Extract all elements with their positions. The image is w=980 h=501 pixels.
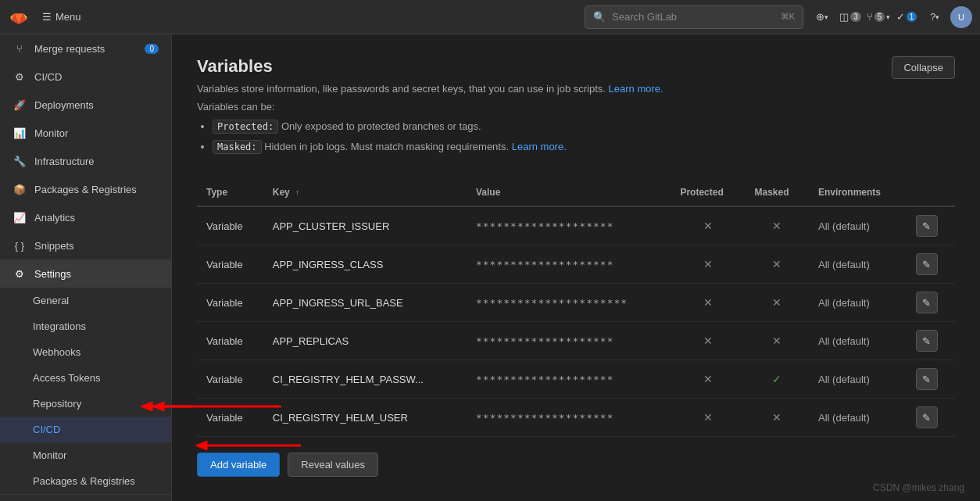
cell-edit: ✎ (907, 206, 955, 245)
gitlab-logo[interactable] (8, 6, 30, 28)
cell-protected: ✕ (671, 360, 745, 399)
sidebar-label: Infrastructure (34, 156, 95, 167)
protected-bullet: Protected: Only exposed to protected bra… (213, 119, 663, 134)
help-button[interactable]: ? ▾ (922, 5, 947, 30)
edit-variable-button[interactable]: ✎ (916, 368, 938, 390)
cell-edit: ✎ (907, 360, 955, 399)
sidebar-item-snippets[interactable]: { } Snippets (0, 231, 171, 259)
col-key[interactable]: Key ↑ (263, 179, 467, 206)
cell-env: All (default) (809, 360, 907, 399)
col-actions (907, 179, 955, 206)
sidebar-item-packages[interactable]: 📦 Packages & Registries (0, 175, 171, 203)
masked-code: Masked: (213, 140, 262, 154)
sidebar-label: Webhooks (33, 346, 80, 358)
collapse-button[interactable]: Collapse (892, 56, 955, 79)
sidebar-item-monitor[interactable]: 📊 Monitor (0, 119, 171, 147)
page-title: Variables (197, 56, 663, 77)
col-key-label: Key (273, 187, 290, 198)
protected-code: Protected: (213, 120, 278, 134)
merge-icon: ⑂ (13, 41, 27, 55)
add-variable-button[interactable]: Add variable (197, 453, 280, 477)
col-value: Value (467, 179, 671, 206)
cell-type: Variable (197, 206, 263, 245)
learn-more-link-2[interactable]: Learn more. (512, 141, 567, 152)
masked-x: ✕ (772, 411, 781, 424)
learn-more-link-1[interactable]: Learn more. (609, 83, 663, 95)
search-bar[interactable]: 🔍 Search GitLab ⌘K (585, 5, 803, 29)
hamburger-icon: ☰ (42, 11, 52, 23)
sidebar-item-integrations[interactable]: Integrations (0, 313, 171, 339)
edit-variable-button[interactable]: ✎ (916, 215, 938, 237)
edit-variable-button[interactable]: ✎ (916, 330, 938, 352)
sidebar-label: Snippets (34, 240, 74, 252)
main-content: Variables Variables store information, l… (172, 34, 980, 501)
col-env: Environments (809, 179, 907, 206)
collapse-sidebar-button[interactable]: « Collapse sidebar (0, 495, 171, 501)
table-row: Variable CI_REGISTRY_HELM_PASSW... *****… (197, 360, 955, 399)
sidebar-item-packages-sub[interactable]: Packages & Registries (0, 468, 171, 494)
sidebar-item-infrastructure[interactable]: 🔧 Infrastructure (0, 147, 171, 175)
menu-label: Menu (55, 11, 81, 23)
sidebar-item-settings[interactable]: ⚙ Settings (0, 259, 171, 288)
cell-value: ******************** (467, 245, 671, 284)
sidebar-label: Deployments (34, 99, 94, 111)
issues-button[interactable]: ◫ 3 (838, 5, 863, 30)
sidebar-item-merge-requests[interactable]: ⑂ Merge requests 0 (0, 34, 171, 63)
cell-protected: ✕ (671, 322, 745, 360)
sidebar-label: Packages & Registries (33, 475, 135, 487)
topnav-icons: ⊕ ▾ ◫ 3 ⑂ 5 ▾ ✓ 1 ? ▾ U (810, 5, 972, 30)
mr-badge: 5 (874, 12, 885, 22)
sidebar-item-repository[interactable]: Repository (0, 391, 171, 417)
topnav: ☰ Menu 🔍 Search GitLab ⌘K ⊕ ▾ ◫ 3 ⑂ 5 ▾ … (0, 0, 980, 34)
page-header: Variables Variables store information, l… (197, 56, 955, 166)
sidebar-item-general[interactable]: General (0, 288, 171, 313)
menu-button[interactable]: ☰ Menu (36, 8, 88, 26)
settings-icon: ⚙ (13, 267, 27, 281)
issues-icon: ◫ (839, 11, 849, 23)
sidebar-label: CI/CD (34, 71, 62, 83)
merge-requests-button[interactable]: ⑂ 5 ▾ (866, 5, 891, 30)
cell-value: ******************** (467, 399, 671, 437)
edit-variable-button[interactable]: ✎ (916, 253, 938, 275)
table-row: Variable APP_CLUSTER_ISSUER ************… (197, 206, 955, 245)
user-avatar[interactable]: U (950, 6, 972, 28)
cell-env: All (default) (809, 245, 907, 284)
variables-can-be: Variables can be: (197, 101, 663, 113)
plus-icon: ⊕ (816, 11, 824, 23)
cell-value: ********************** (467, 284, 671, 322)
col-type: Type (197, 179, 263, 206)
masked-desc: Hidden in job logs. Must match masking r… (264, 141, 509, 152)
create-button[interactable]: ⊕ ▾ (810, 5, 835, 30)
cell-env: All (default) (809, 206, 907, 245)
cell-type: Variable (197, 322, 263, 360)
sidebar-bottom: « Collapse sidebar (0, 494, 171, 501)
sidebar-label: Integrations (33, 320, 86, 332)
issues-badge: 3 (850, 12, 861, 22)
sidebar-item-cicd[interactable]: ⚙ CI/CD (0, 63, 171, 91)
cell-edit: ✎ (907, 399, 955, 437)
masked-check: ✓ (772, 373, 781, 385)
help-icon: ? (930, 11, 935, 23)
cell-env: All (default) (809, 399, 907, 437)
edit-variable-button[interactable]: ✎ (916, 292, 938, 313)
sidebar-item-deployments[interactable]: 🚀 Deployments (0, 91, 171, 119)
table-row: Variable CI_REGISTRY_HELM_USER *********… (197, 399, 955, 437)
reveal-values-button[interactable]: Reveal values (288, 453, 378, 477)
sidebar-label: Monitor (34, 127, 68, 139)
sidebar-item-monitor-sub[interactable]: Monitor (0, 442, 171, 468)
sidebar-item-cicd-sub[interactable]: CI/CD (0, 417, 171, 442)
edit-variable-button[interactable]: ✎ (916, 406, 938, 428)
sidebar: ⑂ Merge requests 0 ⚙ CI/CD 🚀 Deployments… (0, 34, 172, 501)
infra-icon: 🔧 (13, 154, 27, 168)
sidebar-item-webhooks[interactable]: Webhooks (0, 339, 171, 365)
help-dropdown: ▾ (935, 13, 939, 21)
cell-env: All (default) (809, 322, 907, 360)
cell-protected: ✕ (671, 284, 745, 322)
bullet-list: Protected: Only exposed to protected bra… (213, 119, 663, 154)
sidebar-item-access-tokens[interactable]: Access Tokens (0, 365, 171, 391)
monitor-icon: 📊 (13, 126, 27, 140)
cell-protected: ✕ (671, 206, 745, 245)
sidebar-item-analytics[interactable]: 📈 Analytics (0, 203, 171, 231)
analytics-icon: 📈 (13, 210, 27, 224)
todos-button[interactable]: ✓ 1 (894, 5, 919, 30)
